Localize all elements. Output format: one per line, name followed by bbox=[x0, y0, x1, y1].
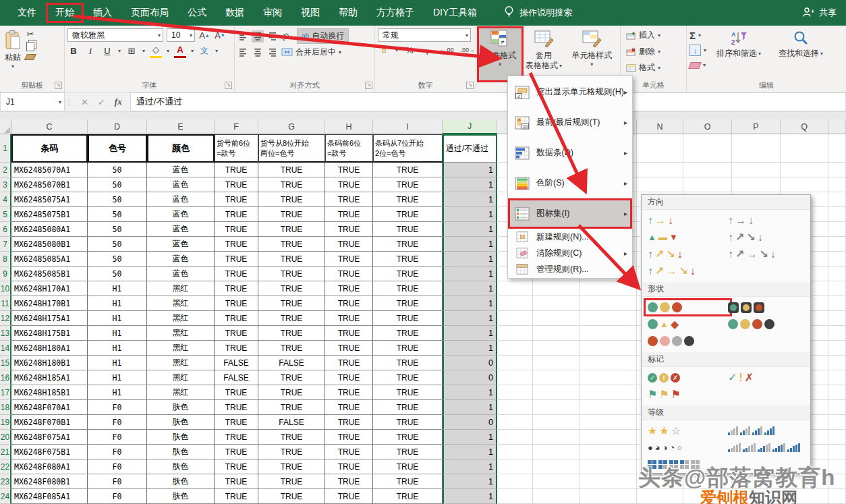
row-header-7[interactable]: 7 bbox=[0, 237, 11, 252]
column-header-C[interactable]: C bbox=[11, 119, 88, 134]
empty-cell[interactable] bbox=[497, 296, 533, 311]
cell-check[interactable]: TRUE bbox=[373, 252, 443, 267]
cell-check[interactable]: TRUE bbox=[215, 400, 258, 415]
empty-cell[interactable] bbox=[580, 489, 637, 504]
format-as-table-button[interactable]: 套用 表格格式 ▾ bbox=[523, 28, 565, 80]
cell-color-code[interactable]: 50 bbox=[88, 222, 147, 237]
cell-barcode[interactable]: MX6248F070A1 bbox=[11, 400, 88, 415]
cell-check[interactable]: TRUE bbox=[373, 163, 443, 177]
select-all-corner[interactable] bbox=[0, 119, 11, 134]
empty-cell[interactable] bbox=[497, 430, 533, 445]
empty-cell[interactable] bbox=[580, 385, 637, 400]
empty-cell[interactable] bbox=[828, 296, 846, 311]
cell-pass-flag[interactable]: 1 bbox=[443, 222, 497, 237]
cell-check[interactable]: TRUE bbox=[258, 252, 325, 267]
empty-cell[interactable] bbox=[781, 163, 828, 177]
cell-check[interactable]: TRUE bbox=[325, 163, 373, 177]
empty-cell[interactable] bbox=[497, 370, 533, 385]
cell-check[interactable]: TRUE bbox=[258, 370, 325, 385]
cell-color-code[interactable]: H1 bbox=[88, 341, 147, 356]
fill-button[interactable]: ↓▾ bbox=[689, 43, 706, 57]
cell-check[interactable]: TRUE bbox=[325, 341, 373, 356]
row-header-19[interactable]: 19 bbox=[0, 415, 11, 430]
icon-set-3-signs[interactable]: ▲◆ bbox=[648, 319, 728, 330]
cell-color-name[interactable]: 蓝色 bbox=[147, 237, 215, 252]
cell-check[interactable]: TRUE bbox=[325, 252, 373, 267]
cell-check[interactable]: TRUE bbox=[325, 489, 373, 504]
cell-check[interactable]: TRUE bbox=[258, 326, 325, 341]
cell-check[interactable]: TRUE bbox=[258, 341, 325, 356]
empty-cell[interactable] bbox=[497, 459, 533, 474]
empty-cell[interactable] bbox=[580, 311, 637, 326]
cell-barcode[interactable]: MX6248F075A1 bbox=[11, 430, 88, 445]
cell-color-code[interactable]: F0 bbox=[88, 459, 147, 474]
cell-check[interactable]: TRUE bbox=[373, 326, 443, 341]
cell-pass-flag[interactable]: 1 bbox=[443, 459, 497, 474]
confirm-entry-icon[interactable]: ✓ bbox=[98, 97, 105, 107]
cell-color-code[interactable]: 50 bbox=[88, 192, 147, 207]
cell-color-name[interactable]: 蓝色 bbox=[147, 177, 215, 192]
empty-cell[interactable] bbox=[533, 281, 580, 296]
cell-color-code[interactable]: H1 bbox=[88, 326, 147, 341]
font-color-icon[interactable]: A bbox=[174, 44, 186, 58]
empty-cell[interactable] bbox=[828, 311, 846, 326]
empty-cell[interactable] bbox=[497, 445, 533, 459]
cell-check[interactable]: TRUE bbox=[258, 474, 325, 489]
cell-pass-flag[interactable]: 1 bbox=[443, 163, 497, 177]
align-left-icon[interactable] bbox=[237, 46, 250, 58]
cell-pass-flag[interactable]: 1 bbox=[443, 489, 497, 504]
tab-审阅[interactable]: 审阅 bbox=[254, 3, 291, 23]
icon-set-3-triangles[interactable]: ▲▬▼ bbox=[648, 233, 728, 242]
cell-color-name[interactable]: 黑红 bbox=[147, 296, 215, 311]
row-header-12[interactable]: 12 bbox=[0, 311, 11, 326]
cell-color-code[interactable]: 50 bbox=[88, 207, 147, 222]
find-select-button[interactable]: 查找和选择▾ bbox=[771, 28, 830, 80]
cell-styles-button[interactable]: 单元格样式 ▾ bbox=[566, 28, 617, 80]
cell-color-name[interactable]: 黑红 bbox=[147, 326, 215, 341]
autosum-button[interactable]: Σ▾ bbox=[689, 28, 706, 43]
format-cells-button[interactable]: 格式▾ bbox=[626, 61, 683, 75]
empty-cell[interactable] bbox=[533, 430, 580, 445]
empty-cell[interactable] bbox=[580, 370, 637, 385]
clipboard-dialog-launcher-icon[interactable]: ↘ bbox=[55, 82, 62, 89]
copy-icon[interactable] bbox=[26, 42, 34, 51]
cell-pass-flag[interactable]: 1 bbox=[443, 400, 497, 415]
row-header-4[interactable]: 4 bbox=[0, 192, 11, 207]
cell-check[interactable]: TRUE bbox=[373, 370, 443, 385]
menu-item-1[interactable]: ≤突出显示单元格规则(H)▸ bbox=[508, 77, 632, 107]
cell-check[interactable]: TRUE bbox=[258, 489, 325, 504]
empty-cell[interactable] bbox=[533, 326, 580, 341]
cell-check[interactable]: TRUE bbox=[215, 459, 258, 474]
cell-barcode[interactable]: MX6248F080B1 bbox=[11, 474, 88, 489]
wrap-text-button[interactable]: ab 自动换行 bbox=[297, 28, 349, 44]
empty-cell[interactable] bbox=[828, 326, 846, 341]
empty-cell[interactable] bbox=[497, 474, 533, 489]
font-family-select[interactable]: 微软雅黑▾ bbox=[67, 28, 163, 42]
number-format-select[interactable]: 常规▾ bbox=[378, 28, 471, 42]
empty-cell[interactable] bbox=[828, 415, 846, 430]
cell-check[interactable]: TRUE bbox=[215, 222, 258, 237]
bold-button[interactable]: B bbox=[67, 45, 80, 57]
clear-button[interactable]: ▾ bbox=[689, 58, 706, 72]
menu-item-4[interactable]: 色阶(S)▸ bbox=[508, 168, 632, 198]
cell-check[interactable]: TRUE bbox=[325, 326, 373, 341]
menu-item-6[interactable]: 新建规则(N)... bbox=[508, 229, 632, 245]
empty-cell[interactable] bbox=[580, 430, 637, 445]
cell-check[interactable]: TRUE bbox=[215, 267, 258, 281]
cell-check[interactable]: TRUE bbox=[373, 489, 443, 504]
empty-cell[interactable] bbox=[533, 400, 580, 415]
cell-check[interactable]: FALSE bbox=[258, 415, 325, 430]
row-header-2[interactable]: 2 bbox=[0, 163, 11, 177]
fill-color-icon[interactable]: ◇ bbox=[150, 44, 162, 58]
empty-cell[interactable] bbox=[580, 474, 637, 489]
cell-pass-flag[interactable]: 1 bbox=[443, 445, 497, 459]
row-header-8[interactable]: 8 bbox=[0, 252, 11, 267]
cell-check[interactable]: TRUE bbox=[373, 430, 443, 445]
cell-check[interactable]: TRUE bbox=[258, 296, 325, 311]
sort-filter-button[interactable]: AZ 排序和筛选▾ bbox=[709, 28, 768, 80]
cell-check[interactable]: TRUE bbox=[325, 430, 373, 445]
empty-cell[interactable] bbox=[497, 385, 533, 400]
empty-cell[interactable] bbox=[497, 281, 533, 296]
column-header-H[interactable]: H bbox=[325, 119, 373, 134]
cell-check[interactable]: TRUE bbox=[373, 445, 443, 459]
